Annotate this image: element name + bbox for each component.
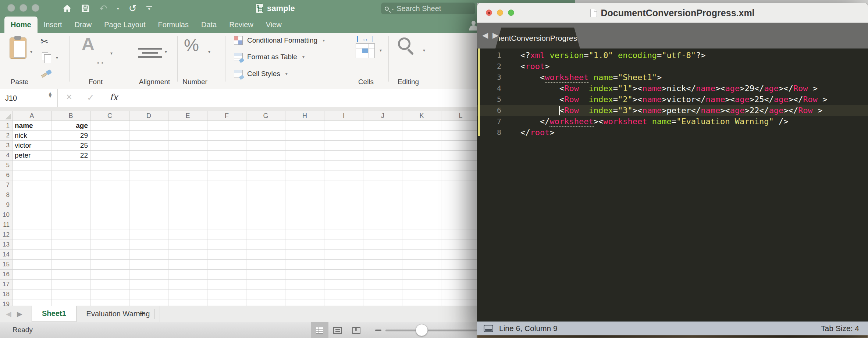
cell-K6[interactable] bbox=[402, 170, 441, 180]
cell-J1[interactable] bbox=[363, 121, 402, 131]
cell-A5[interactable] bbox=[13, 161, 51, 170]
cell-K2[interactable] bbox=[402, 131, 441, 141]
ribbon-tab-review[interactable]: Review bbox=[223, 17, 260, 33]
cell-H12[interactable] bbox=[285, 230, 324, 240]
cell-E8[interactable] bbox=[168, 190, 207, 200]
cell-K8[interactable] bbox=[402, 190, 441, 200]
cell-B16[interactable] bbox=[51, 270, 90, 280]
cell-H9[interactable] bbox=[285, 200, 324, 210]
row-header-16[interactable]: 16 bbox=[0, 270, 13, 280]
cell-A10[interactable] bbox=[13, 210, 51, 220]
cell-L5[interactable] bbox=[441, 161, 477, 170]
cell-L3[interactable] bbox=[441, 141, 477, 151]
cell-B7[interactable] bbox=[51, 180, 90, 190]
row-header-15[interactable]: 15 bbox=[0, 260, 13, 270]
cell-K10[interactable] bbox=[402, 210, 441, 220]
cell-I7[interactable] bbox=[324, 180, 363, 190]
row-header-9[interactable]: 9 bbox=[0, 200, 13, 210]
cell-J18[interactable] bbox=[363, 290, 402, 299]
cell-B18[interactable] bbox=[51, 290, 90, 299]
tab-nav-right-icon[interactable]: ▶ bbox=[492, 31, 498, 40]
sheet-nav-left-icon[interactable]: ◀ bbox=[6, 310, 11, 318]
tab-size-label[interactable]: Tab Size: 4 bbox=[821, 324, 859, 333]
cells-group-icon[interactable]: ↔ bbox=[355, 37, 376, 58]
cell-I18[interactable] bbox=[324, 290, 363, 299]
ribbon-tab-data[interactable]: Data bbox=[195, 17, 223, 33]
cut-icon[interactable]: ✂ bbox=[40, 36, 49, 47]
zoom-button[interactable] bbox=[32, 4, 39, 12]
search-field[interactable]: ⌄ Search Sheet bbox=[381, 3, 475, 14]
cell-E18[interactable] bbox=[168, 290, 207, 299]
cell-B12[interactable] bbox=[51, 230, 90, 240]
cell-L13[interactable] bbox=[441, 240, 477, 250]
cell-L2[interactable] bbox=[441, 131, 477, 141]
sheet-nav-right-icon[interactable]: ▶ bbox=[17, 310, 22, 318]
cell-H13[interactable] bbox=[285, 240, 324, 250]
code-line-7[interactable]: 7 </worksheet><worksheet name="Evaluatio… bbox=[477, 116, 868, 127]
row-header-8[interactable]: 8 bbox=[0, 190, 13, 200]
cell-B5[interactable] bbox=[51, 161, 90, 170]
cell-D1[interactable] bbox=[129, 121, 168, 131]
cell-C13[interactable] bbox=[90, 240, 129, 250]
cell-B1[interactable]: age bbox=[51, 121, 90, 131]
cell-E17[interactable] bbox=[168, 280, 207, 290]
cell-L4[interactable] bbox=[441, 151, 477, 161]
cell-C19[interactable] bbox=[90, 299, 129, 306]
cell-E14[interactable] bbox=[168, 250, 207, 260]
page-break-view-icon[interactable] bbox=[352, 327, 360, 334]
cell-H5[interactable] bbox=[285, 161, 324, 170]
row-header-6[interactable]: 6 bbox=[0, 170, 13, 180]
cell-K9[interactable] bbox=[402, 200, 441, 210]
cell-D14[interactable] bbox=[129, 250, 168, 260]
cell-I17[interactable] bbox=[324, 280, 363, 290]
cell-B8[interactable] bbox=[51, 190, 90, 200]
cell-C5[interactable] bbox=[90, 161, 129, 170]
sheet-tab-sheet1[interactable]: Sheet1 bbox=[32, 306, 77, 322]
customize-toolbar-icon[interactable]: ▾ bbox=[146, 6, 152, 11]
col-header-L[interactable]: L bbox=[441, 111, 477, 121]
cell-J14[interactable] bbox=[363, 250, 402, 260]
cell-D10[interactable] bbox=[129, 210, 168, 220]
name-box[interactable]: J10 bbox=[5, 89, 17, 107]
cell-G11[interactable] bbox=[246, 220, 285, 230]
cell-B15[interactable] bbox=[51, 260, 90, 270]
cell-I1[interactable] bbox=[324, 121, 363, 131]
col-header-B[interactable]: B bbox=[51, 111, 90, 121]
redo-icon[interactable]: ↺ bbox=[129, 4, 137, 13]
cell-I14[interactable] bbox=[324, 250, 363, 260]
cell-E2[interactable] bbox=[168, 131, 207, 141]
cells-label[interactable]: Cells bbox=[346, 78, 386, 86]
cell-G5[interactable] bbox=[246, 161, 285, 170]
cell-A1[interactable]: name bbox=[13, 121, 51, 131]
cell-B11[interactable] bbox=[51, 220, 90, 230]
cell-D5[interactable] bbox=[129, 161, 168, 170]
cell-I13[interactable] bbox=[324, 240, 363, 250]
save-icon[interactable] bbox=[81, 4, 90, 12]
cell-J5[interactable] bbox=[363, 161, 402, 170]
cell-G2[interactable] bbox=[246, 131, 285, 141]
cell-H8[interactable] bbox=[285, 190, 324, 200]
cell-K4[interactable] bbox=[402, 151, 441, 161]
cell-L15[interactable] bbox=[441, 260, 477, 270]
copy-caret-icon[interactable]: ▾ bbox=[56, 55, 58, 60]
cell-I3[interactable] bbox=[324, 141, 363, 151]
cell-F19[interactable] bbox=[207, 299, 246, 306]
cell-B2[interactable]: 29 bbox=[51, 131, 90, 141]
cell-K7[interactable] bbox=[402, 180, 441, 190]
number-group-icon[interactable]: % bbox=[184, 35, 199, 55]
cell-J12[interactable] bbox=[363, 230, 402, 240]
cell-D16[interactable] bbox=[129, 270, 168, 280]
cell-F12[interactable] bbox=[207, 230, 246, 240]
row-header-7[interactable]: 7 bbox=[0, 180, 13, 190]
cell-D15[interactable] bbox=[129, 260, 168, 270]
cell-B19[interactable] bbox=[51, 299, 90, 306]
cell-F8[interactable] bbox=[207, 190, 246, 200]
cell-L14[interactable] bbox=[441, 250, 477, 260]
cell-B14[interactable] bbox=[51, 250, 90, 260]
spreadsheet-grid[interactable]: ABCDEFGHIJKL 1nameage2nick293victor254pe… bbox=[0, 111, 477, 306]
cell-C18[interactable] bbox=[90, 290, 129, 299]
cell-J2[interactable] bbox=[363, 131, 402, 141]
normal-view-button[interactable] bbox=[311, 322, 328, 338]
cell-D7[interactable] bbox=[129, 180, 168, 190]
col-header-F[interactable]: F bbox=[207, 111, 246, 121]
